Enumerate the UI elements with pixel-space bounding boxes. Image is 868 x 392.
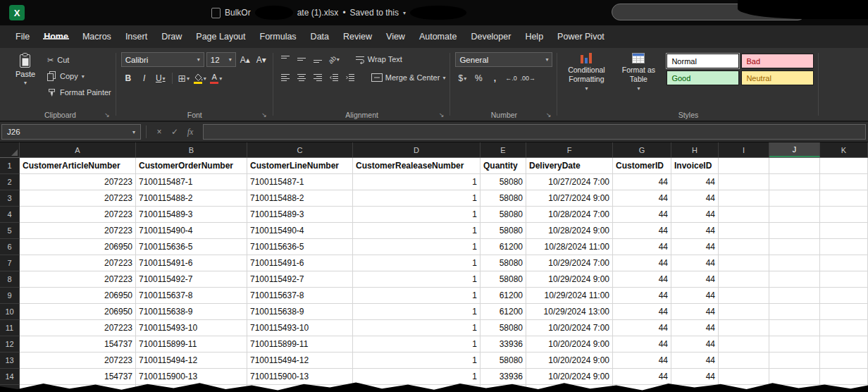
row-header-11[interactable]: 11	[0, 320, 20, 336]
enter-icon[interactable]: ✓	[167, 127, 182, 137]
percent-style-button[interactable]: %	[471, 71, 485, 85]
cell-G13[interactable]: 44	[613, 353, 671, 369]
cell-G9[interactable]: 44	[613, 288, 671, 304]
cell-B14[interactable]: 7100115900-13	[136, 369, 247, 385]
cell-A7[interactable]: 207223	[20, 255, 136, 271]
comma-style-button[interactable]: ,	[488, 71, 502, 85]
cell-G11[interactable]: 44	[613, 320, 671, 336]
cell-G12[interactable]: 44	[613, 336, 671, 353]
cell-D8[interactable]: 1	[353, 271, 480, 288]
align-right-button[interactable]	[311, 71, 325, 85]
cell-D7[interactable]: 1	[353, 255, 480, 271]
cell-C4[interactable]: 7100115489-3	[247, 207, 353, 223]
align-middle-button[interactable]	[294, 52, 309, 66]
cell-I5[interactable]	[719, 223, 769, 239]
cell-K4[interactable]	[820, 207, 868, 223]
menu-tab-developer[interactable]: Developer	[464, 32, 518, 42]
decrease-decimal-button[interactable]: .00→	[520, 71, 535, 85]
conditional-formatting-button[interactable]: Conditional Formatting ▾	[562, 50, 610, 109]
cell-E14[interactable]: 33936	[480, 369, 526, 385]
cell-K10[interactable]	[820, 304, 868, 320]
cell-C11[interactable]: 7100115493-10	[247, 320, 353, 336]
row-header-8[interactable]: 8	[0, 271, 20, 288]
cell-I4[interactable]	[719, 207, 769, 223]
cell-B12[interactable]: 7100115899-11	[136, 336, 247, 353]
cell-H5[interactable]: 44	[671, 223, 719, 239]
cell-D1[interactable]: CustomerRealeaseNumber	[353, 158, 480, 174]
cell-H12[interactable]: 44	[671, 336, 719, 353]
cell-H13[interactable]: 44	[671, 353, 719, 369]
cell-G4[interactable]: 44	[613, 207, 671, 223]
cell-K2[interactable]	[820, 174, 868, 190]
cell-I6[interactable]	[719, 239, 769, 255]
cell-C7[interactable]: 7100115491-6	[247, 255, 353, 271]
cell-J2[interactable]	[769, 174, 820, 190]
shrink-font-button[interactable]: A▾	[254, 53, 268, 67]
cell-H10[interactable]: 44	[671, 304, 719, 320]
cell-H7[interactable]: 44	[671, 255, 719, 271]
cell-style-good[interactable]: Good	[666, 71, 739, 85]
row-header-4[interactable]: 4	[0, 207, 20, 223]
cell-B13[interactable]: 7100115494-12	[136, 353, 247, 369]
cut-button[interactable]: ✂ Cut	[47, 54, 111, 66]
cell-E2[interactable]: 58080	[480, 174, 526, 190]
menu-tab-draw[interactable]: Draw	[154, 32, 189, 42]
row-header-14[interactable]: 14	[0, 369, 20, 385]
cell-F9[interactable]: 10/29/2024 11:00	[526, 288, 613, 304]
column-header-G[interactable]: G	[613, 142, 671, 157]
cell-A1[interactable]: CustomerArticleNumber	[20, 158, 136, 174]
wrap-text-button[interactable]: Wrap Text	[355, 55, 402, 64]
menu-tab-home[interactable]: Home	[37, 32, 75, 42]
cell-J7[interactable]	[769, 255, 820, 271]
italic-button[interactable]: I	[137, 71, 151, 85]
cell-B8[interactable]: 7100115492-7	[136, 271, 247, 288]
cell-J4[interactable]	[769, 207, 820, 223]
cell-H1[interactable]: InvoiceID	[671, 158, 719, 174]
cell-G1[interactable]: CustomerID	[613, 158, 671, 174]
cell-C5[interactable]: 7100115490-4	[247, 223, 353, 239]
cell-I12[interactable]	[719, 336, 769, 353]
menu-tab-help[interactable]: Help	[518, 32, 550, 42]
cell-J6[interactable]	[769, 239, 820, 255]
cell-I1[interactable]	[719, 158, 769, 174]
bold-button[interactable]: B	[121, 71, 135, 85]
cell-J1[interactable]	[769, 158, 820, 174]
cell-C13[interactable]: 7100115494-12	[247, 353, 353, 369]
cell-B1[interactable]: CustomerOrderNumber	[136, 158, 247, 174]
cell-E11[interactable]: 58080	[480, 320, 526, 336]
cell-J3[interactable]	[769, 190, 820, 207]
grow-font-button[interactable]: A▴	[238, 53, 252, 67]
cell-C9[interactable]: 7100115637-8	[247, 288, 353, 304]
menu-tab-view[interactable]: View	[379, 32, 412, 42]
cell-F14[interactable]: 10/20/2024 9:00	[526, 369, 613, 385]
cell-J12[interactable]	[769, 336, 820, 353]
column-header-E[interactable]: E	[480, 142, 526, 157]
row-header-6[interactable]: 6	[0, 239, 20, 255]
cell-B10[interactable]: 7100115638-9	[136, 304, 247, 320]
select-all-corner[interactable]	[0, 142, 20, 157]
column-header-K[interactable]: K	[820, 142, 868, 157]
fill-color-button[interactable]: ▾	[193, 71, 207, 85]
cell-H4[interactable]: 44	[671, 207, 719, 223]
cell-F4[interactable]: 10/28/2024 7:00	[526, 207, 613, 223]
cell-J8[interactable]	[769, 271, 820, 288]
row-header-2[interactable]: 2	[0, 174, 20, 190]
row-header-5[interactable]: 5	[0, 223, 20, 239]
cell-D3[interactable]: 1	[353, 190, 480, 207]
cell-E7[interactable]: 58080	[480, 255, 526, 271]
format-painter-button[interactable]: Format Painter	[47, 86, 111, 99]
cell-F7[interactable]: 10/29/2024 7:00	[526, 255, 613, 271]
format-as-table-button[interactable]: Format as Table ▾	[614, 50, 662, 109]
cell-style-bad[interactable]: Bad	[741, 54, 814, 68]
cell-I7[interactable]	[719, 255, 769, 271]
column-header-F[interactable]: F	[526, 142, 613, 157]
cell-E10[interactable]: 61200	[480, 304, 526, 320]
cell-style-neutral[interactable]: Neutral	[741, 71, 814, 85]
cell-F11[interactable]: 10/20/2024 7:00	[526, 320, 613, 336]
font-size-select[interactable]: 12 ▾	[206, 52, 236, 67]
cell-style-normal[interactable]: Normal	[666, 54, 739, 68]
cell-F13[interactable]: 10/20/2024 9:00	[526, 353, 613, 369]
cell-G7[interactable]: 44	[613, 255, 671, 271]
cell-F10[interactable]: 10/29/2024 13:00	[526, 304, 613, 320]
align-top-button[interactable]	[278, 52, 292, 66]
